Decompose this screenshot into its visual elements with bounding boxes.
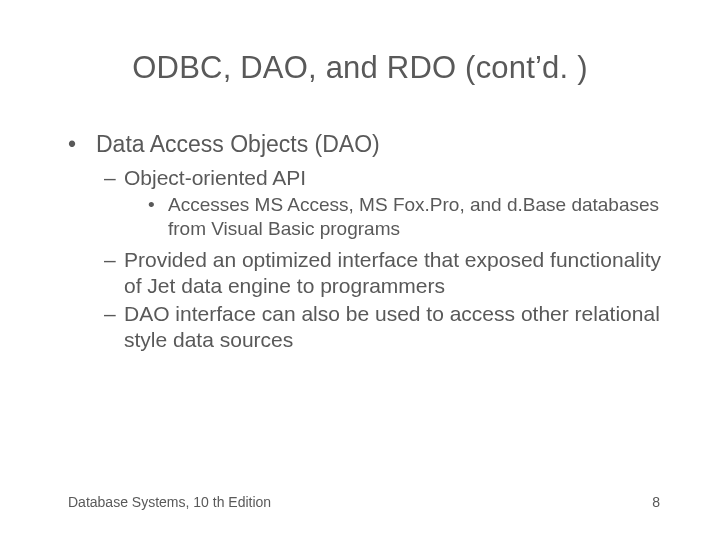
page-number: 8 <box>652 494 660 510</box>
bullet-level2: – Provided an optimized interface that e… <box>104 247 668 300</box>
bullet-text: Provided an optimized interface that exp… <box>124 247 668 300</box>
bullet-level2: – DAO interface can also be used to acce… <box>104 301 668 354</box>
bullet-level3: • Accesses MS Access, MS Fox.Pro, and d.… <box>148 193 668 241</box>
bullet-level2: – Object-oriented API <box>104 165 668 191</box>
dash-icon: – <box>104 247 124 300</box>
slide-title: ODBC, DAO, and RDO (cont’d. ) <box>0 50 720 86</box>
dash-icon: – <box>104 165 124 191</box>
bullet-dot-icon: • <box>68 130 96 159</box>
slide-content: • Data Access Objects (DAO) – Object-ori… <box>68 130 668 356</box>
bullet-text: Object-oriented API <box>124 165 668 191</box>
bullet-level1: • Data Access Objects (DAO) <box>68 130 668 159</box>
bullet-dot-icon: • <box>148 193 168 241</box>
dash-icon: – <box>104 301 124 354</box>
bullet-text: Accesses MS Access, MS Fox.Pro, and d.Ba… <box>168 193 668 241</box>
bullet-text: Data Access Objects (DAO) <box>96 130 668 159</box>
footer-source: Database Systems, 10 th Edition <box>68 494 271 510</box>
bullet-text: DAO interface can also be used to access… <box>124 301 668 354</box>
slide: ODBC, DAO, and RDO (cont’d. ) • Data Acc… <box>0 0 720 540</box>
